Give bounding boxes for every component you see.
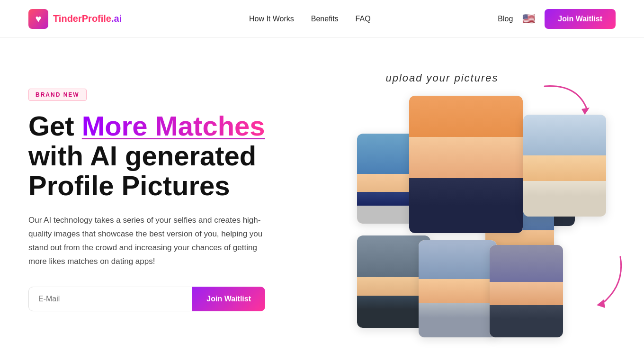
nav-join-waitlist-button[interactable]: Join Waitlist	[545, 9, 616, 29]
headline-highlight: More Matches	[82, 110, 265, 141]
hero-left: BRAND NEW Get More Matches with AI gener…	[28, 89, 346, 311]
logo-link[interactable]: ♥ TinderProfile.ai	[28, 9, 122, 29]
logo-text: TinderProfile.ai	[53, 13, 122, 24]
photo-card-4	[523, 115, 606, 217]
brand-new-badge: BRAND NEW	[28, 89, 87, 101]
hero-section: BRAND NEW Get More Matches with AI gener…	[0, 38, 644, 362]
navbar: ♥ TinderProfile.ai How It Works Benefits…	[0, 0, 644, 38]
svg-marker-0	[581, 108, 590, 115]
logo-icon: ♥	[28, 9, 48, 29]
language-flag-icon[interactable]: 🇺🇸	[522, 13, 535, 25]
photo-card-7	[419, 240, 497, 337]
hero-right: upload your pictures	[357, 67, 616, 333]
photo-card-2	[409, 96, 523, 233]
nav-link-benefits[interactable]: Benefits	[311, 15, 339, 23]
arrow-down-icon	[587, 252, 625, 309]
arrow-upload-icon	[540, 81, 592, 119]
nav-link-faq[interactable]: FAQ	[356, 15, 371, 23]
svg-marker-1	[597, 299, 605, 308]
hero-description: Our AI technology takes a series of your…	[28, 214, 275, 269]
nav-links: How It Works Benefits FAQ	[249, 15, 371, 23]
photo-card-8	[490, 245, 563, 337]
hero-cta: Join Waitlist	[28, 287, 265, 311]
hero-headline: Get More Matches with AI generated Profi…	[28, 111, 346, 200]
hero-join-waitlist-button[interactable]: Join Waitlist	[192, 287, 265, 311]
nav-link-blog[interactable]: Blog	[498, 15, 513, 23]
nav-link-how-it-works[interactable]: How It Works	[249, 15, 294, 23]
email-input[interactable]	[28, 287, 192, 311]
upload-label: upload your pictures	[385, 72, 498, 84]
nav-right: Blog 🇺🇸 Join Waitlist	[498, 9, 616, 29]
